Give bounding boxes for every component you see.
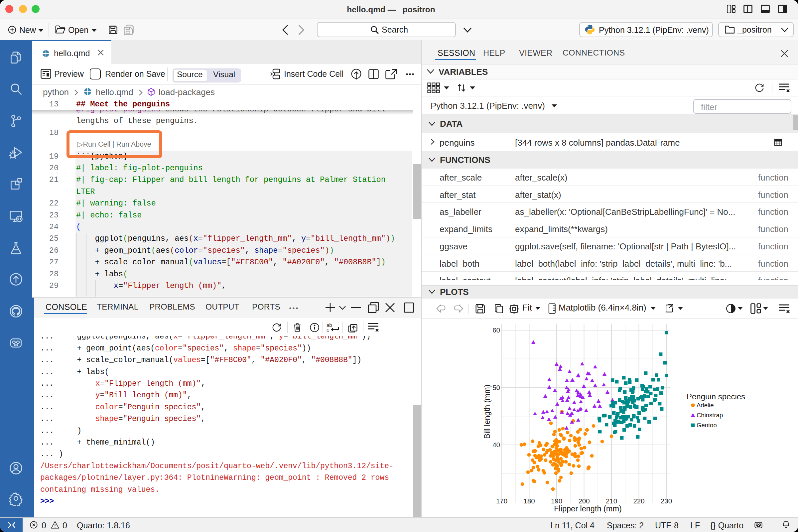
- svg-text:60: 60: [492, 326, 500, 334]
- svg-text:Penguin species: Penguin species: [687, 392, 745, 401]
- svg-text:Bill length (mm): Bill length (mm): [483, 384, 491, 439]
- svg-text:190: 190: [551, 497, 562, 505]
- svg-text:50: 50: [492, 384, 500, 391]
- svg-text:220: 220: [633, 497, 644, 505]
- svg-text:200: 200: [578, 497, 590, 505]
- svg-text:Flipper length (mm): Flipper length (mm): [554, 505, 622, 513]
- svg-text:Adelie: Adelie: [697, 402, 714, 408]
- svg-text:230: 230: [661, 497, 672, 505]
- svg-text:c: c: [326, 327, 329, 333]
- svg-text:40: 40: [492, 441, 500, 449]
- svg-text:210: 210: [606, 497, 617, 505]
- svg-text:Chinstrap: Chinstrap: [697, 412, 723, 419]
- svg-text:170: 170: [496, 497, 507, 505]
- svg-text:ab: ab: [326, 322, 332, 328]
- svg-text:Gentoo: Gentoo: [697, 422, 717, 429]
- svg-text:180: 180: [524, 497, 535, 505]
